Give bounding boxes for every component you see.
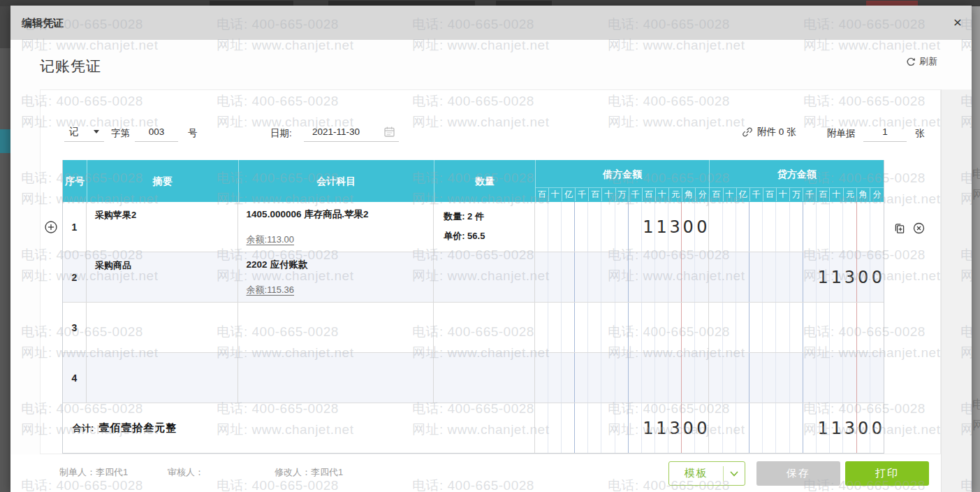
voucher-word-select[interactable]: 记 <box>64 122 104 142</box>
close-icon[interactable]: × <box>953 13 962 31</box>
add-row-button[interactable] <box>43 219 59 238</box>
digit-cell <box>736 353 749 403</box>
total-label: 合计: <box>73 422 94 435</box>
voucher-row-2: 2 采购商品 2202 应付账款 余额:115.36 11300 <box>63 252 884 303</box>
voucher-number-input[interactable]: 003 <box>135 122 178 142</box>
digit-cell: 1 <box>830 252 843 302</box>
quantity-cell[interactable] <box>434 252 535 302</box>
digit-cell: 1 <box>642 403 655 453</box>
account-text: 1405.000006 库存商品.苹果2 <box>247 208 428 221</box>
digit-cell: 元 <box>844 188 857 201</box>
digit-cell <box>723 403 736 453</box>
account-cell[interactable]: 2202 应付账款 余额:115.36 <box>238 252 434 302</box>
summary-cell[interactable]: 采购商品 <box>87 252 238 302</box>
chevron-down-icon[interactable] <box>724 470 745 477</box>
receipts-label: 附单据 <box>827 127 856 140</box>
digit-cell: 十 <box>656 188 669 201</box>
print-button[interactable]: 打印 <box>845 461 929 486</box>
digit-cell <box>749 202 763 252</box>
quantity-cell[interactable] <box>434 303 535 352</box>
quantity-cell[interactable] <box>434 353 535 403</box>
digit-cell: 亿 <box>562 188 576 201</box>
digit-cell <box>843 353 856 403</box>
digit-cell <box>668 252 682 302</box>
digit-cell: 3 <box>668 403 682 453</box>
voucher-row-4: 4 <box>63 353 884 403</box>
credit-amount-cell[interactable] <box>709 202 884 252</box>
credit-amount-cell[interactable]: 11300 <box>709 252 884 302</box>
clipped-watermark-glyph: 网 <box>972 417 980 433</box>
digit-cell <box>749 252 763 302</box>
refresh-button[interactable]: 刷新 <box>905 55 937 68</box>
account-cell[interactable] <box>238 303 434 352</box>
digit-cell: 十 <box>777 188 790 201</box>
calendar-icon[interactable] <box>383 126 395 138</box>
dialog-footer: 制单人：李四代1 审核人： 修改人：李四代1 模板 保存 打印 <box>10 454 941 492</box>
digit-cell <box>857 303 870 352</box>
credit-amount-cell[interactable] <box>709 353 884 403</box>
digit-cell <box>615 252 629 302</box>
copy-icon <box>893 222 906 235</box>
digit-cell <box>601 202 615 252</box>
digit-cell: 十 <box>724 188 737 201</box>
plus-circle-icon <box>43 219 59 235</box>
save-button[interactable]: 保存 <box>756 461 840 486</box>
total-credit-cell: 11300 <box>709 403 884 453</box>
quantity-cell[interactable]: 数量: 2 件 单价: 56.5 <box>434 202 535 252</box>
summary-cell[interactable] <box>87 303 238 352</box>
debit-amount-cell[interactable] <box>535 303 710 352</box>
balance-link[interactable]: 余额:113.00 <box>247 233 294 246</box>
digit-cell: 0 <box>695 202 708 252</box>
debit-amount-cell[interactable] <box>535 252 710 302</box>
digit-cell <box>695 303 708 352</box>
summary-cell[interactable]: 采购苹果2 <box>87 202 238 252</box>
digit-cell <box>575 403 588 453</box>
digit-cell <box>870 353 884 403</box>
unit-price-text: 单价: 56.5 <box>444 230 534 243</box>
digit-cell <box>857 353 870 403</box>
digit-cell <box>629 252 642 302</box>
digit-cell: 角 <box>857 188 870 201</box>
digit-cell <box>776 303 789 352</box>
digit-cell: 百 <box>589 188 602 201</box>
receipts-value: 1 <box>882 126 888 137</box>
digit-cell <box>601 403 615 453</box>
screen: 电 网 电 网 编辑凭证 × 记账凭证 刷新 记 <box>0 0 980 492</box>
balance-link[interactable]: 余额:115.36 <box>247 284 294 296</box>
receipts-input[interactable]: 1 <box>863 122 907 142</box>
template-button[interactable]: 模板 <box>668 461 745 486</box>
digit-cell <box>790 252 803 302</box>
copy-row-button[interactable] <box>893 222 906 238</box>
digit-cell: 1 <box>642 202 655 252</box>
digit-cell <box>830 303 843 352</box>
digit-cell <box>776 252 789 302</box>
digit-cell <box>843 303 856 352</box>
credit-amount-cell[interactable] <box>709 303 884 352</box>
background-remnant <box>0 6 10 48</box>
digit-cell <box>642 252 655 302</box>
digit-cell <box>803 303 817 352</box>
digit-cell <box>615 303 629 352</box>
digit-cell <box>615 202 629 252</box>
receipts-unit-label: 张 <box>915 127 925 140</box>
debit-amount-cell[interactable] <box>535 353 710 403</box>
digit-cell: 千 <box>576 188 589 201</box>
digit-cell <box>857 202 870 252</box>
digit-cell <box>763 252 776 302</box>
digit-cell <box>562 353 575 403</box>
digit-cell: 百 <box>643 188 656 201</box>
debit-amount-cell[interactable]: 11300 <box>535 202 710 252</box>
digit-cell <box>588 403 601 453</box>
digit-cell: 0 <box>870 252 884 302</box>
digit-cell: 1 <box>655 202 668 252</box>
digit-cell <box>749 403 763 453</box>
date-input[interactable]: 2021-11-30 <box>304 122 399 142</box>
attachment-button[interactable]: 附件 0 张 <box>742 126 796 138</box>
digit-cell <box>763 202 776 252</box>
account-cell[interactable] <box>238 353 434 403</box>
col-header-account: 会计科目 <box>238 160 434 202</box>
delete-row-button[interactable] <box>912 222 926 238</box>
summary-cell[interactable] <box>87 353 238 403</box>
digit-cell: 1 <box>655 403 668 453</box>
account-cell[interactable]: 1405.000006 库存商品.苹果2 余额:113.00 <box>238 202 434 252</box>
